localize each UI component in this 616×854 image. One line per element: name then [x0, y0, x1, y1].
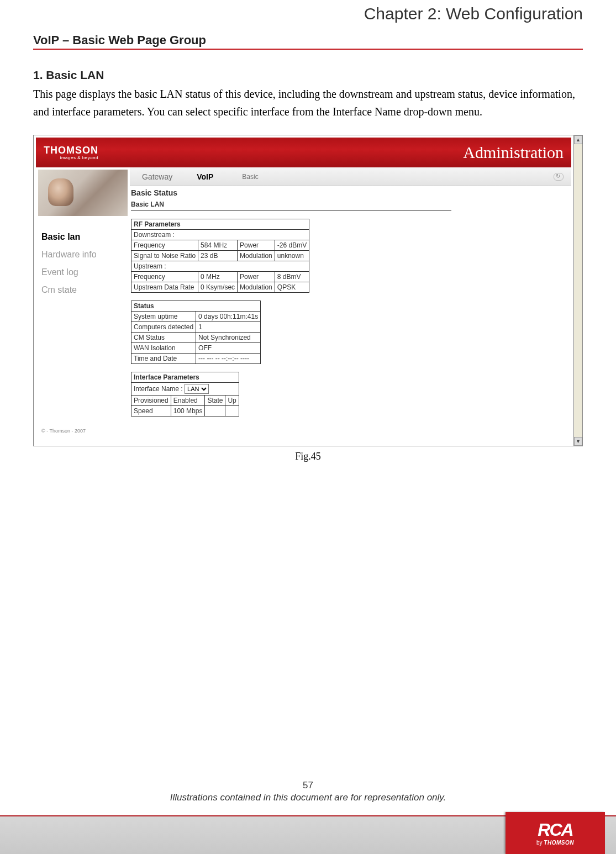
us-freq-label: Frequency [131, 272, 198, 282]
state-val: Up [225, 396, 239, 406]
us-mod-label: Modulation [238, 282, 275, 293]
us-rate-label: Upstream Data Rate [131, 282, 198, 293]
empty-cell [225, 406, 239, 417]
state-label: State [205, 396, 225, 406]
rf-header: RF Parameters [131, 219, 309, 230]
status-header: Status [131, 301, 261, 312]
tab-gateway[interactable]: Gateway [130, 172, 185, 181]
time-label: Time and Date [131, 354, 196, 364]
ds-snr-val: 23 dB [198, 251, 238, 261]
page-footer: 57 Illustrations contained in this docum… [0, 780, 616, 803]
thomson-logo: THOMSON images & beyond [44, 145, 98, 160]
interface-parameters-table: Interface Parameters Interface Name : LA… [131, 372, 239, 417]
sidebar-item-hardware-info[interactable]: Hardware info [41, 246, 124, 263]
bottom-bar: RCA by THOMSON [0, 815, 616, 854]
logo-tagline: images & beyond [44, 155, 98, 160]
cm-label: CM Status [131, 333, 196, 343]
empty-cell [205, 406, 225, 417]
iface-header: Interface Parameters [131, 372, 239, 383]
ds-freq-val: 584 MHz [198, 240, 238, 251]
app-banner: THOMSON images & beyond Administration [36, 138, 571, 167]
uptime-label: System uptime [131, 312, 196, 322]
section-title: VoIP – Basic Web Page Group [33, 33, 583, 50]
interface-name-select[interactable]: LAN [185, 384, 209, 394]
thomson-text: THOMSON [544, 840, 574, 846]
wan-label: WAN Isolation [131, 343, 196, 354]
us-rate-val: 0 Ksym/sec [198, 282, 238, 293]
us-power-val: 8 dBmV [275, 272, 309, 282]
scroll-up-icon[interactable]: ▲ [574, 135, 582, 144]
upstream-label: Upstream : [131, 261, 309, 272]
speed-val: 100 Mbps [171, 406, 205, 417]
rca-logo: RCA [538, 821, 572, 839]
user-photo [38, 170, 128, 216]
divider [131, 210, 451, 211]
rca-logo-box: RCA by THOMSON [506, 812, 605, 854]
computers-val: 1 [196, 322, 261, 333]
rf-parameters-table: RF Parameters Downstream : Frequency 584… [131, 219, 309, 293]
vertical-scrollbar[interactable]: ▲ ▼ [573, 135, 582, 446]
status-table: Status System uptime0 days 00h:11m:41s C… [131, 301, 261, 364]
content-title: Basic Status [131, 188, 571, 197]
prov-label: Provisioned [131, 396, 171, 406]
downstream-label: Downstream : [131, 230, 309, 240]
prov-val: Enabled [171, 396, 205, 406]
tab-voip[interactable]: VoIP [185, 172, 225, 181]
iface-name-row: Interface Name : LAN [131, 383, 239, 396]
computers-label: Computers detected [131, 322, 196, 333]
ds-power-label: Power [238, 240, 275, 251]
ds-freq-label: Frequency [131, 240, 198, 251]
content-area: Basic Status Basic LAN RF Parameters Dow… [130, 187, 571, 444]
refresh-icon[interactable] [554, 173, 564, 181]
footer-note: Illustrations contained in this document… [0, 792, 616, 803]
us-power-label: Power [238, 272, 275, 282]
body-paragraph: This page displays the basic LAN status … [33, 85, 583, 120]
speed-label: Speed [131, 406, 171, 417]
cm-val: Not Synchronized [196, 333, 261, 343]
scroll-down-icon[interactable]: ▼ [574, 437, 582, 446]
rca-byline: by THOMSON [536, 840, 574, 846]
sub-heading: 1. Basic LAN [33, 68, 583, 82]
ds-mod-label: Modulation [238, 251, 275, 261]
figure-caption: Fig.45 [33, 451, 583, 462]
time-val: --- --- -- --:--:-- ---- [196, 354, 261, 364]
ds-mod-val: unknown [275, 251, 309, 261]
sidebar-item-cm-state[interactable]: Cm state [41, 281, 124, 299]
by-text: by [536, 840, 543, 846]
subtab-basic[interactable]: Basic [242, 173, 258, 181]
embedded-screenshot: THOMSON images & beyond Administration G… [33, 135, 583, 446]
chapter-title: Chapter 2: Web Configuration [33, 0, 583, 33]
logo-text: THOMSON [44, 145, 98, 156]
wan-val: OFF [196, 343, 261, 354]
ds-power-val: -26 dBmV [275, 240, 309, 251]
top-tab-bar: Gateway VoIP Basic [130, 167, 571, 186]
page-number: 57 [0, 780, 616, 791]
sidebar-item-event-log[interactable]: Event log [41, 263, 124, 281]
banner-title: Administration [463, 143, 564, 162]
sidebar-copyright: © - Thomson - 2007 [41, 428, 86, 434]
us-mod-val: QPSK [275, 282, 309, 293]
iface-name-label: Interface Name : [134, 385, 183, 393]
sidebar-item-basic-lan[interactable]: Basic lan [41, 228, 124, 246]
uptime-val: 0 days 00h:11m:41s [196, 312, 261, 322]
us-freq-val: 0 MHz [198, 272, 238, 282]
content-subtitle: Basic LAN [131, 201, 571, 208]
sidebar: Basic lan Hardware info Event log Cm sta… [36, 167, 130, 444]
ds-snr-label: Signal to Noise Ratio [131, 251, 198, 261]
